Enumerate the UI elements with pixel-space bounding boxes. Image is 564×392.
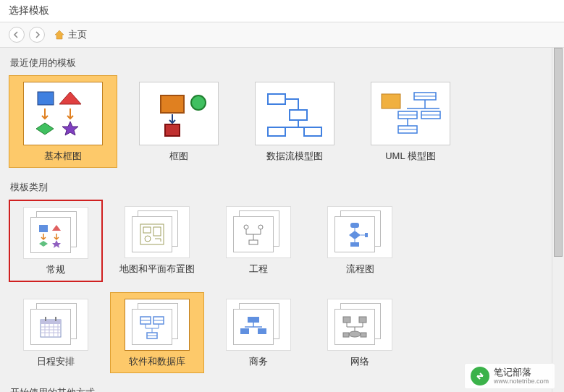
category-thumb (23, 207, 88, 259)
category-thumb (23, 299, 88, 351)
home-icon (54, 29, 65, 41)
template-thumb (255, 82, 334, 145)
category-label: 商务 (249, 355, 268, 368)
block-icon (146, 88, 211, 139)
svg-rect-19 (143, 227, 151, 233)
category-software-db[interactable]: 软件和数据库 (110, 292, 204, 373)
category-label: 流程图 (346, 263, 374, 276)
watermark-badge-icon (471, 367, 489, 385)
svg-rect-26 (350, 242, 359, 247)
category-flowchart[interactable]: 流程图 (313, 200, 407, 282)
category-thumb (125, 206, 190, 258)
template-label: 框图 (169, 150, 188, 163)
svg-rect-4 (268, 94, 285, 104)
dataflow-icon (262, 88, 327, 139)
svg-rect-17 (39, 225, 48, 232)
svg-rect-20 (153, 227, 161, 236)
navigation-bar: 主页 (0, 22, 564, 48)
forward-arrow-icon (33, 31, 41, 38)
forward-button[interactable] (29, 27, 45, 43)
vertical-scrollbar[interactable] (552, 48, 564, 392)
svg-rect-0 (38, 92, 54, 105)
template-block[interactable]: 框图 (125, 75, 233, 168)
back-button[interactable] (9, 27, 25, 43)
categories-row-1: 常规 地图和平面布置图 (9, 200, 555, 282)
template-basic-block[interactable]: 基本框图 (9, 75, 117, 168)
svg-rect-24 (249, 240, 258, 244)
svg-rect-25 (350, 223, 359, 228)
template-label: 数据流模型图 (266, 150, 323, 163)
template-thumb (23, 82, 103, 145)
svg-rect-8 (382, 94, 400, 108)
svg-rect-52 (361, 333, 366, 337)
software-db-icon (138, 314, 167, 340)
business-icon (239, 314, 268, 340)
maps-icon (138, 221, 167, 247)
svg-rect-45 (248, 317, 259, 323)
svg-rect-7 (304, 127, 321, 136)
title-text: 选择模板 (9, 4, 49, 16)
category-maps[interactable]: 地图和平面布置图 (110, 200, 204, 282)
svg-point-23 (258, 225, 263, 229)
category-thumb (125, 299, 190, 351)
flowchart-icon (340, 221, 369, 247)
category-general[interactable]: 常规 (9, 200, 103, 282)
category-business[interactable]: 商务 (211, 292, 306, 373)
svg-point-2 (191, 95, 206, 110)
uml-icon (378, 88, 443, 139)
template-thumb (371, 82, 450, 145)
svg-rect-47 (258, 328, 266, 334)
svg-rect-5 (290, 110, 307, 120)
section-recent-title: 最近使用的模板 (9, 54, 555, 75)
category-schedule[interactable]: 日程安排 (9, 292, 103, 373)
general-icon (36, 222, 65, 248)
template-uml[interactable]: UML 模型图 (356, 75, 465, 168)
svg-rect-1 (161, 95, 184, 113)
category-engineering[interactable]: 工程 (211, 200, 306, 282)
watermark: 笔记部落 www.notetribe.com (464, 363, 555, 389)
template-label: 基本框图 (44, 150, 82, 163)
svg-rect-3 (165, 124, 180, 136)
category-label: 常规 (46, 263, 65, 276)
breadcrumb-home: 主页 (68, 28, 87, 41)
back-arrow-icon (13, 31, 20, 38)
category-label: 网络 (350, 355, 369, 368)
category-network[interactable]: 网络 (313, 292, 407, 373)
category-label: 地图和平面布置图 (119, 263, 195, 276)
recent-templates-row: 基本框图 框图 (9, 75, 555, 168)
template-dataflow[interactable]: 数据流模型图 (240, 75, 349, 168)
basic-block-icon (30, 88, 96, 139)
svg-rect-6 (268, 127, 285, 136)
network-icon (340, 314, 369, 340)
window-title: 选择模板 (0, 0, 564, 22)
svg-rect-48 (343, 317, 350, 323)
category-thumb (327, 299, 392, 351)
engineering-icon (239, 221, 268, 247)
svg-rect-49 (359, 317, 366, 323)
section-categories-title: 模板类别 (9, 178, 555, 200)
content-area: 最近使用的模板 基本框图 (0, 48, 564, 392)
svg-point-22 (244, 225, 248, 229)
svg-rect-46 (240, 328, 249, 334)
svg-rect-37 (45, 317, 46, 321)
category-thumb (226, 299, 291, 351)
template-thumb (139, 82, 219, 145)
svg-rect-27 (365, 233, 368, 237)
svg-point-21 (145, 236, 151, 242)
calendar-icon (36, 314, 65, 340)
template-label: UML 模型图 (385, 150, 436, 163)
svg-point-50 (349, 331, 361, 337)
svg-rect-38 (55, 317, 56, 321)
category-label: 日程安排 (37, 355, 75, 368)
categories-row-2: 日程安排 (9, 292, 555, 373)
watermark-url: www.notetribe.com (494, 378, 549, 385)
scroll-thumb[interactable] (554, 48, 563, 257)
breadcrumb[interactable]: 主页 (54, 28, 87, 41)
watermark-name: 笔记部落 (494, 367, 549, 378)
svg-rect-51 (343, 333, 349, 337)
category-thumb (327, 206, 392, 258)
category-thumb (226, 206, 291, 258)
svg-rect-29 (41, 320, 61, 324)
category-label: 工程 (249, 263, 268, 276)
category-label: 软件和数据库 (129, 355, 185, 368)
